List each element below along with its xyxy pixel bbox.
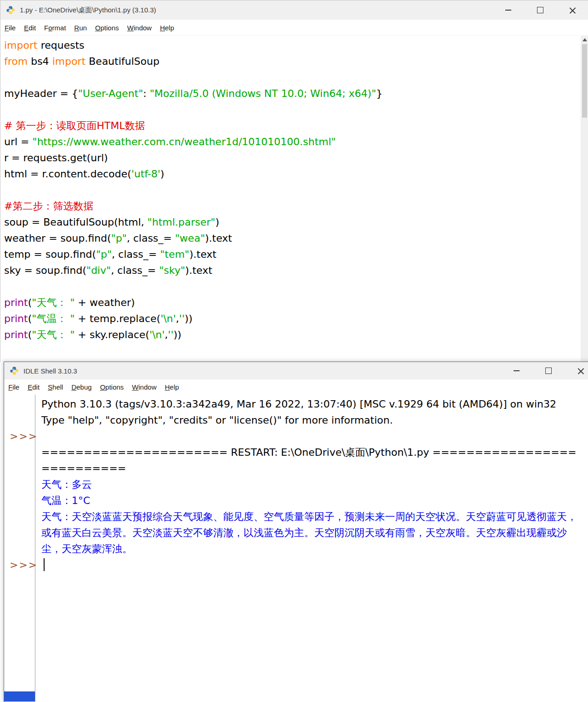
close-icon: [577, 368, 584, 374]
menu-item-file[interactable]: File: [4, 383, 23, 391]
code-line: from bs4 import BeautifulSoup: [4, 53, 575, 69]
shell-row: Type "help", "copyright", "credits" or "…: [4, 412, 588, 428]
close-button[interactable]: [556, 0, 588, 20]
code-line: print("天气： " + sky.replace('\n','')): [4, 327, 575, 343]
editor-vertical-scrollbar[interactable]: [581, 36, 588, 362]
shell-prompt: >>>: [4, 557, 38, 573]
maximize-button[interactable]: [532, 362, 565, 379]
scroll-up-arrow-icon[interactable]: [582, 38, 587, 41]
shell-line: [38, 557, 588, 573]
menu-item-debug[interactable]: Debug: [67, 383, 96, 391]
code-line: r = requests.get(url): [4, 150, 575, 166]
editor-caption-buttons: [492, 0, 588, 20]
shell-row: Python 3.10.3 (tags/v3.10.3:a342a49, Mar…: [4, 396, 588, 412]
editor-window-title: 1.py - E:\OneDrive\桌面\Python\1.py (3.10.…: [20, 6, 492, 15]
code-line: print("天气： " + weather): [4, 294, 575, 311]
maximize-icon: [545, 368, 552, 374]
code-line: [4, 69, 575, 85]
editor-window: 1.py - E:\OneDrive\桌面\Python\1.py (3.10.…: [0, 0, 588, 362]
menu-item-help[interactable]: Help: [161, 383, 183, 391]
shell-row: 气温：1°C: [4, 493, 588, 509]
python-icon: [6, 6, 15, 15]
shell-gutter: [4, 412, 35, 428]
shell-row: ====================== RESTART: E:\OneDr…: [4, 444, 588, 476]
text-cursor: [44, 558, 45, 571]
shell-line: Type "help", "copyright", "credits" or "…: [35, 412, 588, 428]
shell-gutter: [4, 509, 35, 525]
shell-row: >>>: [4, 428, 588, 444]
code-line: import requests: [4, 37, 575, 53]
menu-item-window[interactable]: Window: [123, 24, 156, 32]
menu-item-edit[interactable]: Edit: [23, 383, 44, 391]
code-line: sky = soup.find("div", class_= "sky").te…: [4, 262, 575, 278]
maximize-icon: [537, 7, 543, 13]
code-line: temp = soup.find("p", class_= "tem").tex…: [4, 246, 575, 262]
minimize-icon: [505, 10, 511, 11]
menu-item-run[interactable]: Run: [70, 24, 91, 32]
close-icon: [569, 7, 576, 14]
maximize-button[interactable]: [524, 0, 556, 20]
close-button[interactable]: [565, 362, 588, 379]
menu-item-help[interactable]: Help: [156, 24, 178, 32]
menu-item-options[interactable]: Options: [96, 383, 128, 391]
menu-item-format[interactable]: Format: [40, 24, 70, 32]
shell-caption-buttons: [500, 362, 588, 379]
shell-output-line: 天气：多云: [35, 476, 588, 493]
shell-gutter: [4, 396, 35, 412]
bottom-left-blue-strip: [4, 691, 35, 702]
scrollbar-thumb[interactable]: [582, 44, 587, 118]
shell-row: 天气：天空淡蓝蓝天预报综合天气现象、能见度、空气质量等因子，预测未来一周的天空状…: [4, 509, 588, 557]
shell-rows: Python 3.10.3 (tags/v3.10.3:a342a49, Mar…: [4, 396, 588, 573]
code-line: # 第一步：读取页面HTML数据: [4, 118, 575, 134]
menu-item-file[interactable]: File: [0, 24, 20, 32]
shell-line: Python 3.10.3 (tags/v3.10.3:a342a49, Mar…: [35, 396, 588, 412]
shell-output-line: 天气：天空淡蓝蓝天预报综合天气现象、能见度、空气质量等因子，预测未来一周的天空状…: [35, 509, 588, 557]
editor-menubar: FileEditFormatRunOptionsWindowHelp: [0, 20, 588, 36]
shell-output-line: 气温：1°C: [35, 493, 588, 509]
shell-window-title: IDLE Shell 3.10.3: [23, 367, 500, 375]
shell-gutter: [4, 476, 35, 493]
shell-titlebar[interactable]: IDLE Shell 3.10.3: [4, 362, 588, 379]
shell-row: >>>: [4, 557, 588, 573]
code-line: [4, 102, 575, 118]
menu-item-shell[interactable]: Shell: [44, 383, 67, 391]
minimize-icon: [514, 370, 520, 371]
code-line: [4, 278, 575, 294]
shell-gutter: [4, 444, 35, 460]
code-line: html = r.content.decode('utf-8'): [4, 166, 575, 182]
shell-gutter: [4, 493, 35, 509]
shell-text-area[interactable]: Python 3.10.3 (tags/v3.10.3:a342a49, Mar…: [4, 395, 588, 702]
minimize-button[interactable]: [500, 362, 532, 379]
code-line: [4, 182, 575, 198]
menu-item-edit[interactable]: Edit: [20, 24, 40, 32]
code-line: soup = BeautifulSoup(html, "html.parser"…: [4, 214, 575, 230]
shell-window: IDLE Shell 3.10.3 FileEditShellDebugOpti…: [4, 362, 588, 702]
menu-item-options[interactable]: Options: [91, 24, 123, 32]
code-line: #第二步：筛选数据: [4, 198, 575, 214]
code-line: url = "https://www.weather.com.cn/weathe…: [4, 134, 575, 150]
shell-menubar: FileEditShellDebugOptionsWindowHelp: [4, 379, 588, 395]
editor-titlebar[interactable]: 1.py - E:\OneDrive\桌面\Python\1.py (3.10.…: [0, 0, 588, 20]
code-line: weather = soup.find("p", class_= "wea").…: [4, 230, 575, 246]
shell-row: 天气：多云: [4, 476, 588, 493]
menu-item-window[interactable]: Window: [128, 383, 160, 391]
editor-code-area[interactable]: import requestsfrom bs4 import Beautiful…: [0, 36, 588, 364]
shell-line: [38, 428, 588, 444]
minimize-button[interactable]: [492, 0, 524, 20]
code-line: print("气温： " + temp.replace('\n','')): [4, 311, 575, 327]
code-line: myHeader = {"User-Agent": "Mozilla/5.0 (…: [4, 85, 575, 102]
shell-prompt: >>>: [4, 428, 38, 444]
shell-line: ====================== RESTART: E:\OneDr…: [35, 444, 588, 476]
python-icon: [10, 366, 19, 375]
